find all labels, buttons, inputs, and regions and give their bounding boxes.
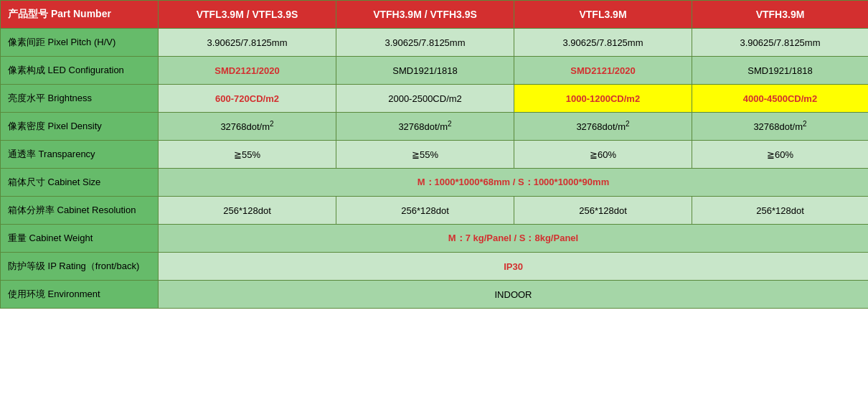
data-cell: 600-720CD/m2: [159, 85, 336, 113]
spec-table: 产品型号 Part Number VTFL3.9M / VTFL3.9S VTF…: [0, 0, 868, 309]
row-label: 防护等级 IP Rating（front/back): [1, 253, 159, 281]
data-cell: 32768dot/m2: [336, 113, 514, 141]
data-cell: 3.90625/7.8125mm: [514, 29, 692, 57]
data-cell: ≧55%: [336, 141, 514, 169]
row-label: 像素间距 Pixel Pitch (H/V): [1, 29, 159, 57]
merged-cell: M：7 kg/Panel / S：8kg/Panel: [159, 225, 869, 253]
data-cell: SMD2121/2020: [514, 57, 692, 85]
data-cell: 256*128dot: [336, 197, 514, 225]
data-cell: 3.90625/7.8125mm: [336, 29, 514, 57]
row-label: 像素密度 Pixel Density: [1, 113, 159, 141]
data-cell: SMD2121/2020: [159, 57, 336, 85]
data-cell: 2000-2500CD/m2: [336, 85, 514, 113]
data-cell: ≧55%: [159, 141, 336, 169]
data-cell: 256*128dot: [692, 197, 869, 225]
data-cell: SMD1921/1818: [336, 57, 514, 85]
data-cell: ≧60%: [692, 141, 869, 169]
row-label: 通透率 Transparency: [1, 141, 159, 169]
data-cell: 32768dot/m2: [692, 113, 869, 141]
data-cell: 3.90625/7.8125mm: [159, 29, 336, 57]
merged-cell: M：1000*1000*68mm / S：1000*1000*90mm: [159, 169, 869, 197]
data-cell: 256*128dot: [514, 197, 692, 225]
row-label: 亮度水平 Brightness: [1, 85, 159, 113]
header-col1: VTFL3.9M / VTFL3.9S: [159, 1, 336, 29]
row-label: 使用环境 Environment: [1, 281, 159, 309]
header-col4: VTFH3.9M: [692, 1, 869, 29]
data-cell: 32768dot/m2: [514, 113, 692, 141]
header-col2: VTFH3.9M / VTFH3.9S: [336, 1, 514, 29]
data-cell: 1000-1200CD/m2: [514, 85, 692, 113]
row-label: 箱体尺寸 Cabinet Size: [1, 169, 159, 197]
merged-cell: INDOOR: [159, 281, 869, 309]
row-label: 像素构成 LED Configuration: [1, 57, 159, 85]
data-cell: 3.90625/7.8125mm: [692, 29, 869, 57]
data-cell: 4000-4500CD/m2: [692, 85, 869, 113]
row-label: 箱体分辨率 Cabinet Resolution: [1, 197, 159, 225]
data-cell: 32768dot/m2: [159, 113, 336, 141]
merged-cell: IP30: [159, 253, 869, 281]
data-cell: SMD1921/1818: [692, 57, 869, 85]
header-label: 产品型号 Part Number: [1, 1, 159, 29]
data-cell: 256*128dot: [159, 197, 336, 225]
header-col3: VTFL3.9M: [514, 1, 692, 29]
row-label: 重量 Cabinet Weight: [1, 225, 159, 253]
data-cell: ≧60%: [514, 141, 692, 169]
